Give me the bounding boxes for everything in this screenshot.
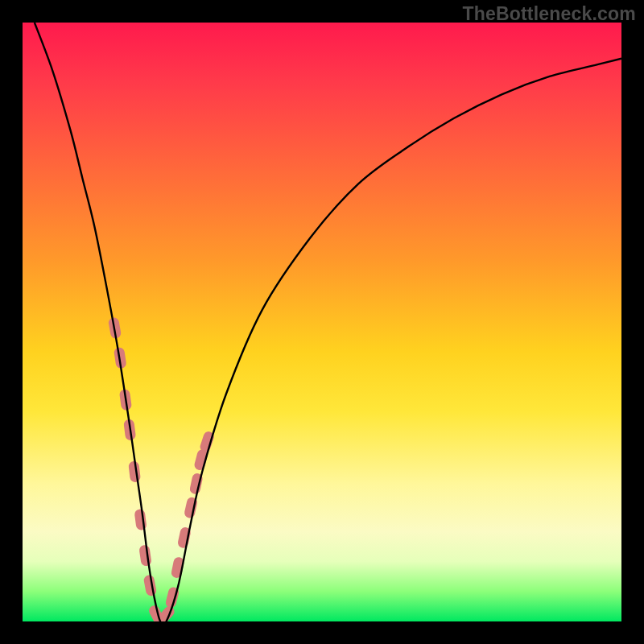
- bottleneck-curve: [35, 23, 621, 621]
- plot-area: [23, 23, 621, 621]
- chart-svg: [23, 23, 621, 621]
- chart-frame: TheBottleneck.com: [0, 0, 644, 644]
- curve-marker: [138, 544, 152, 567]
- marker-group: [108, 316, 216, 621]
- watermark-text: TheBottleneck.com: [462, 3, 636, 25]
- curve-marker: [134, 509, 147, 530]
